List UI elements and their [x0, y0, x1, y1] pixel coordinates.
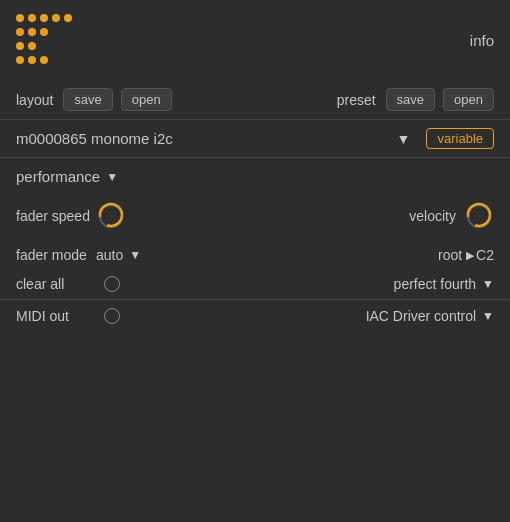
layout-label: layout [16, 92, 53, 108]
svg-point-9 [28, 42, 36, 50]
app-header: info [0, 0, 510, 80]
performance-section: performance ▼ fader speed velocity fader… [0, 158, 510, 299]
fader-mode-value: auto [96, 247, 123, 263]
layout-open-button[interactable]: open [121, 88, 172, 111]
clear-all-row: clear all perfect fourth ▼ [16, 269, 494, 299]
fader-speed-row: fader speed velocity [16, 197, 494, 241]
info-link[interactable]: info [470, 32, 494, 49]
svg-point-11 [28, 56, 36, 64]
device-row: m0000865 monome i2c ▼ variable [0, 119, 510, 158]
toolbar: layout save open preset save open [0, 80, 510, 119]
preset-save-button[interactable]: save [386, 88, 435, 111]
performance-title: performance [16, 168, 100, 185]
velocity-knob[interactable] [464, 201, 494, 231]
root-value: C2 [476, 247, 494, 263]
fader-mode-label: fader mode [16, 247, 96, 263]
root-label: root [438, 247, 462, 263]
iac-driver-value: IAC Driver control [366, 308, 476, 324]
svg-point-6 [28, 28, 36, 36]
perfect-fourth-value: perfect fourth [394, 276, 477, 292]
device-dropdown-arrow[interactable]: ▼ [397, 131, 411, 147]
fader-speed-knob[interactable] [96, 201, 126, 231]
svg-point-10 [16, 56, 24, 64]
velocity-label: velocity [291, 208, 456, 224]
fader-speed-label: fader speed [16, 208, 96, 224]
preset-open-button[interactable]: open [443, 88, 494, 111]
svg-point-2 [40, 14, 48, 22]
performance-section-header[interactable]: performance ▼ [16, 168, 494, 185]
svg-point-0 [16, 14, 24, 22]
midi-out-button[interactable] [104, 308, 120, 324]
clear-all-label: clear all [16, 276, 96, 292]
iac-driver-dropdown-icon[interactable]: ▼ [482, 309, 494, 323]
clear-all-button[interactable] [104, 276, 120, 292]
variable-badge[interactable]: variable [426, 128, 494, 149]
device-name: m0000865 monome i2c [16, 130, 389, 147]
root-arrow-icon: ▶ [466, 249, 474, 262]
fader-mode-row: fader mode auto ▼ root ▶ C2 [16, 241, 494, 269]
perfect-fourth-dropdown-icon[interactable]: ▼ [482, 277, 494, 291]
svg-point-3 [52, 14, 60, 22]
svg-point-4 [64, 14, 72, 22]
performance-arrow-icon: ▼ [106, 170, 118, 184]
layout-save-button[interactable]: save [63, 88, 112, 111]
svg-point-8 [16, 42, 24, 50]
monome-logo [12, 10, 84, 70]
preset-label: preset [337, 92, 376, 108]
fader-mode-dropdown-icon[interactable]: ▼ [129, 248, 141, 262]
svg-point-12 [40, 56, 48, 64]
svg-point-7 [40, 28, 48, 36]
midi-out-label: MIDI out [16, 308, 96, 324]
svg-point-5 [16, 28, 24, 36]
midi-out-row: MIDI out IAC Driver control ▼ [0, 300, 510, 332]
svg-point-1 [28, 14, 36, 22]
